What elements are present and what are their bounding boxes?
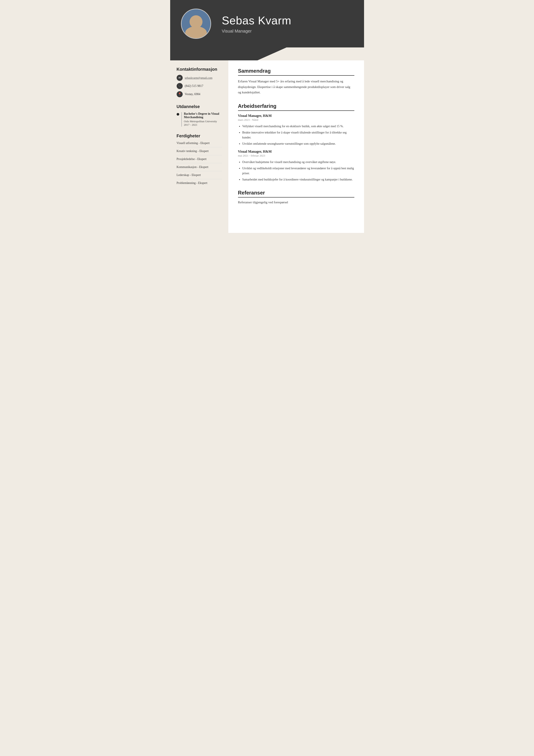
references-text: Referanser tilgjengelig ved forespørsel — [238, 201, 354, 204]
edu-degree: Bachelor's Degree in Visual Merchandisin… — [184, 112, 222, 119]
edu-school: Oslo Metropolitan University — [184, 120, 222, 123]
header-section: Sebas Kvarm Visual Manager — [170, 0, 364, 47]
header-text: Sebas Kvarm Visual Manager — [222, 14, 292, 34]
job-bullet: Overvåket budsjettene for visuell mercha… — [242, 160, 354, 165]
education-item: Bachelor's Degree in Visual Merchandisin… — [177, 112, 222, 126]
education-section-title: Utdannelse — [177, 104, 222, 109]
location-item: 📍 Vestøy, 6984 — [177, 91, 222, 97]
contact-section-title: Kontaktinformasjon — [177, 67, 222, 72]
skills-section: Ferdigheter Visuell utforming - Ekspert … — [177, 133, 222, 187]
job-bullet: Brukte innovative teknikker for å skape … — [242, 130, 354, 140]
references-section: Referanser Referanser tilgjengelig ved f… — [238, 190, 354, 204]
summary-section: Sammendrag Erfaren Visual Manager med 5+… — [238, 68, 354, 95]
summary-text: Erfaren Visual Manager med 5+ års erfari… — [238, 79, 354, 95]
job-entry-2: Visual Manager, H&M mai 2021 - februar 2… — [238, 149, 354, 182]
skill-item: Problemløsning - Ekspert — [177, 181, 222, 187]
email-item: ✉ sebaskvarm@gmail.com — [177, 75, 222, 81]
skills-section-title: Ferdigheter — [177, 133, 222, 138]
job-bullet: Utviklet omfattende sesongbaserte vareut… — [242, 141, 354, 146]
skill-item: Kreativ tenkning - Ekspert — [177, 149, 222, 155]
phone-item: 📞 (842) 515 9817 — [177, 83, 222, 89]
candidate-title: Visual Manager — [222, 29, 292, 34]
summary-title: Sammendrag — [238, 68, 354, 76]
experience-title: Arbeidserfaring — [238, 103, 354, 111]
avatar-image — [182, 9, 211, 38]
avatar — [181, 9, 211, 39]
edu-content: Bachelor's Degree in Visual Merchandisin… — [181, 112, 222, 126]
job-bullets-1: Vellykket visuell merchandising for en e… — [238, 124, 354, 146]
right-content: Sammendrag Erfaren Visual Manager med 5+… — [228, 60, 364, 233]
job-entry-1: Visual Manager, H&M mars 2023 - Nåtid Ve… — [238, 114, 354, 146]
email-icon: ✉ — [177, 75, 183, 81]
experience-section: Arbeidserfaring Visual Manager, H&M mars… — [238, 103, 354, 182]
education-section: Utdannelse Bachelor's Degree in Visual M… — [177, 104, 222, 126]
location-icon: 📍 — [177, 91, 183, 97]
job-date-2: mai 2021 - februar 2023 — [238, 154, 354, 157]
edu-bullet-icon — [177, 113, 179, 116]
candidate-name: Sebas Kvarm — [222, 14, 292, 27]
job-bullets-2: Overvåket budsjettene for visuell mercha… — [238, 160, 354, 182]
location-value: Vestøy, 6984 — [185, 93, 200, 96]
job-bullet: Samarbeidet med butikksjefer for å koord… — [242, 177, 354, 182]
edu-years: 2017 - 2021 — [184, 123, 222, 126]
skill-item: Lederskap - Ekspert — [177, 174, 222, 179]
contact-section: Kontaktinformasjon ✉ sebaskvarm@gmail.co… — [177, 67, 222, 97]
job-bullet: Utviklet og vedlikeholdt relasjoner med … — [242, 166, 354, 176]
phone-value: (842) 515 9817 — [185, 84, 203, 88]
chevron-divider — [170, 47, 364, 60]
phone-icon: 📞 — [177, 83, 183, 89]
chevron-right — [228, 47, 364, 60]
main-content: Kontaktinformasjon ✉ sebaskvarm@gmail.co… — [170, 60, 364, 233]
references-title: Referanser — [238, 190, 354, 198]
email-value: sebaskvarm@gmail.com — [185, 76, 213, 80]
job-date-1: mars 2023 - Nåtid — [238, 118, 354, 122]
job-title-2: Visual Manager, H&M — [238, 149, 354, 153]
skill-item: Visuell utforming - Ekspert — [177, 142, 222, 147]
job-bullet: Vellykket visuell merchandising for en e… — [242, 124, 354, 129]
sidebar: Kontaktinformasjon ✉ sebaskvarm@gmail.co… — [170, 60, 228, 233]
job-title-1: Visual Manager, H&M — [238, 114, 354, 118]
skill-item: Kommunikasjon - Ekspert — [177, 165, 222, 171]
skill-item: Prosjektledelse - Ekspert — [177, 157, 222, 163]
